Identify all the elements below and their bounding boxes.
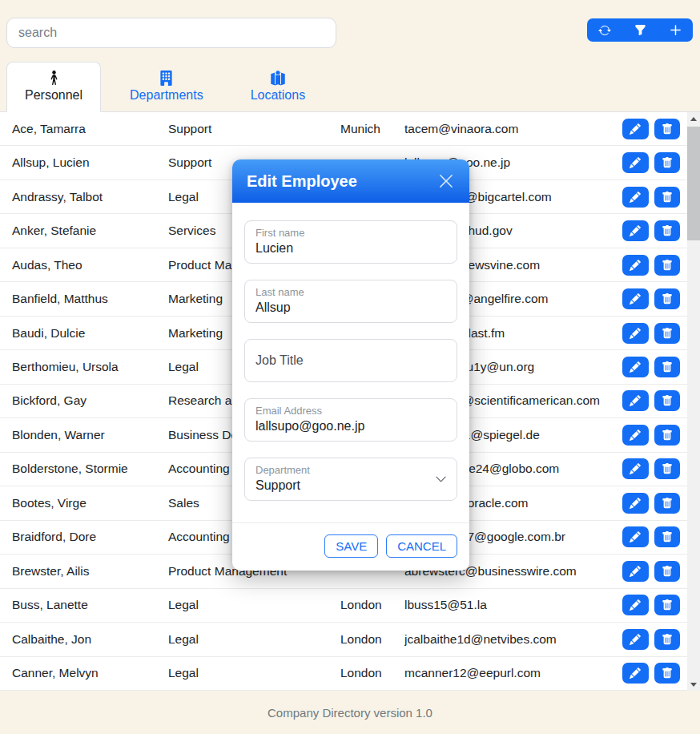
delete-row-button[interactable] bbox=[654, 493, 681, 514]
row-actions bbox=[622, 119, 680, 139]
cell-name: Ace, Tamarra bbox=[12, 122, 168, 136]
row-actions bbox=[622, 629, 680, 650]
modal-title: Edit Employee bbox=[247, 172, 436, 191]
cell-department: Legal bbox=[168, 666, 340, 680]
table-row: Calbaithe, Jon Legal London jcalbaithe1d… bbox=[0, 623, 700, 656]
trash-icon bbox=[662, 599, 673, 611]
edit-row-button[interactable] bbox=[622, 187, 649, 208]
table-row: Buss, Lanette Legal London lbuss15@51.la bbox=[0, 589, 700, 623]
delete-row-button[interactable] bbox=[654, 255, 681, 276]
edit-row-button[interactable] bbox=[622, 288, 649, 309]
table-scrollbar[interactable] bbox=[687, 112, 700, 691]
add-button[interactable] bbox=[662, 18, 689, 42]
delete-row-button[interactable] bbox=[654, 323, 681, 344]
trash-icon bbox=[662, 395, 673, 406]
edit-row-button[interactable] bbox=[622, 526, 649, 547]
email-field[interactable]: Email Address lallsupo@goo.ne.jp bbox=[244, 398, 457, 442]
filter-button[interactable] bbox=[626, 18, 654, 42]
delete-row-button[interactable] bbox=[654, 220, 681, 241]
first-name-field[interactable]: First name Lucien bbox=[244, 220, 457, 264]
edit-row-button[interactable] bbox=[622, 458, 649, 479]
edit-row-button[interactable] bbox=[622, 629, 649, 650]
delete-row-button[interactable] bbox=[654, 357, 681, 377]
delete-row-button[interactable] bbox=[654, 526, 681, 547]
tab-bar: Personnel Departments Locations bbox=[0, 62, 700, 112]
refresh-button[interactable] bbox=[591, 18, 618, 42]
row-actions bbox=[622, 187, 680, 208]
add-icon bbox=[669, 23, 682, 37]
department-label: Department bbox=[255, 464, 446, 476]
trash-icon bbox=[662, 531, 673, 542]
edit-row-button[interactable] bbox=[622, 220, 649, 241]
department-select[interactable]: Department Support bbox=[244, 458, 457, 501]
job-title-field[interactable]: Job Title bbox=[244, 339, 457, 382]
delete-row-button[interactable] bbox=[654, 119, 681, 139]
delete-row-button[interactable] bbox=[654, 425, 681, 446]
row-actions bbox=[622, 390, 680, 411]
delete-row-button[interactable] bbox=[654, 458, 681, 479]
cancel-button[interactable]: CANCEL bbox=[386, 534, 457, 558]
delete-row-button[interactable] bbox=[654, 152, 681, 173]
pencil-icon bbox=[630, 531, 641, 542]
tab-departments[interactable]: Departments bbox=[111, 62, 222, 111]
delete-row-button[interactable] bbox=[654, 595, 681, 615]
edit-row-button[interactable] bbox=[622, 119, 649, 139]
cell-name: Allsup, Lucien bbox=[12, 155, 168, 170]
delete-row-button[interactable] bbox=[654, 629, 681, 650]
scrollbar-up-arrow[interactable] bbox=[687, 112, 700, 125]
footer-text: Company Directory version 1.0 bbox=[268, 706, 432, 720]
tab-locations[interactable]: Locations bbox=[232, 62, 324, 111]
trash-icon bbox=[662, 667, 673, 679]
delete-row-button[interactable] bbox=[654, 288, 681, 309]
tab-personnel[interactable]: Personnel bbox=[6, 62, 101, 112]
modal-footer: SAVE CANCEL bbox=[232, 522, 469, 571]
chevron-down-icon bbox=[435, 474, 447, 486]
row-actions bbox=[622, 425, 680, 446]
close-icon bbox=[437, 172, 455, 190]
delete-row-button[interactable] bbox=[654, 663, 681, 684]
cell-name: Baudi, Dulcie bbox=[12, 326, 168, 341]
row-actions bbox=[622, 323, 680, 344]
last-name-field[interactable]: Last name Allsup bbox=[244, 280, 457, 323]
tab-personnel-label: Personnel bbox=[25, 88, 82, 103]
delete-row-button[interactable] bbox=[654, 187, 681, 208]
row-actions bbox=[622, 493, 680, 514]
edit-row-button[interactable] bbox=[622, 561, 649, 582]
trash-icon bbox=[662, 157, 673, 168]
modal-close-button[interactable] bbox=[436, 171, 457, 192]
cell-location: Munich bbox=[340, 122, 404, 136]
edit-row-button[interactable] bbox=[622, 323, 649, 344]
edit-row-button[interactable] bbox=[622, 255, 649, 276]
pencil-icon bbox=[630, 498, 641, 509]
edit-row-button[interactable] bbox=[622, 663, 649, 684]
save-button[interactable]: SAVE bbox=[324, 534, 378, 558]
edit-row-button[interactable] bbox=[622, 493, 649, 514]
cell-name: Brewster, Ailis bbox=[12, 564, 168, 579]
toolbar-button-group bbox=[587, 18, 693, 42]
trash-icon bbox=[662, 328, 673, 339]
cell-email: lbuss15@51.la bbox=[404, 598, 622, 612]
table-row: Ace, Tamarra Support Munich tacem@vinaor… bbox=[0, 112, 700, 146]
edit-row-button[interactable] bbox=[622, 152, 649, 173]
edit-row-button[interactable] bbox=[622, 595, 649, 615]
pencil-icon bbox=[630, 395, 641, 406]
edit-row-button[interactable] bbox=[622, 357, 649, 377]
edit-row-button[interactable] bbox=[622, 425, 649, 446]
delete-row-button[interactable] bbox=[654, 390, 681, 411]
delete-row-button[interactable] bbox=[654, 561, 681, 582]
app-footer: Company Directory version 1.0 bbox=[0, 691, 700, 734]
edit-row-button[interactable] bbox=[622, 390, 649, 411]
row-actions bbox=[622, 220, 680, 241]
scrollbar-down-arrow[interactable] bbox=[687, 678, 700, 691]
modal-body: First name Lucien Last name Allsup Job T… bbox=[232, 203, 469, 501]
trash-icon bbox=[662, 225, 673, 236]
filter-icon bbox=[634, 24, 646, 36]
trash-icon bbox=[662, 463, 673, 474]
scrollbar-thumb[interactable] bbox=[687, 127, 700, 240]
pencil-icon bbox=[630, 667, 641, 679]
cell-name: Buss, Lanette bbox=[12, 598, 168, 612]
cell-department: Support bbox=[168, 122, 340, 136]
search-input[interactable] bbox=[6, 18, 336, 48]
pencil-icon bbox=[630, 192, 641, 203]
cell-email: tacem@vinaora.com bbox=[404, 122, 622, 136]
